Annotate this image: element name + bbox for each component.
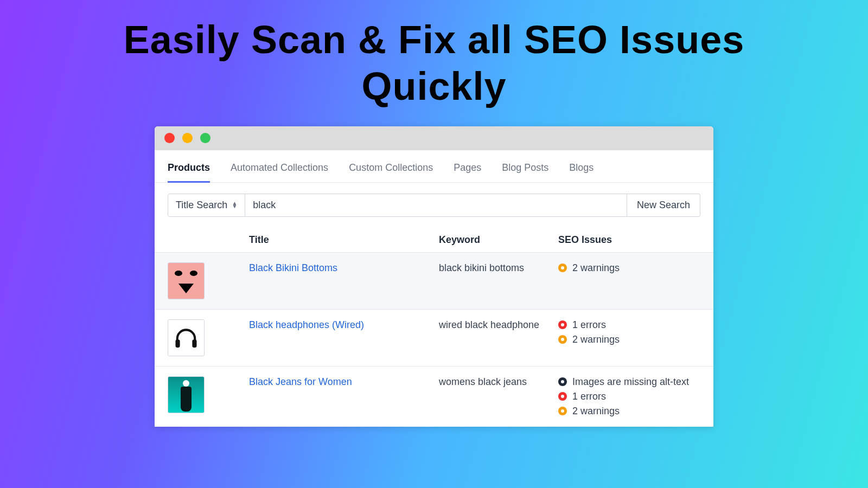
error-icon: [558, 392, 567, 401]
seo-issues: 2 warnings: [558, 262, 700, 274]
tab-bar: Products Automated Collections Custom Co…: [155, 150, 713, 183]
bikini-icon: [168, 263, 204, 299]
warning-icon: [558, 264, 567, 272]
tab-pages[interactable]: Pages: [454, 162, 481, 182]
product-keyword: black bikini bottoms: [439, 262, 558, 274]
error-icon: [558, 320, 567, 329]
tab-blog-posts[interactable]: Blog Posts: [502, 162, 548, 182]
seo-issues: Images are missing alt-text 1 errors 2 w…: [558, 376, 700, 417]
product-thumbnail: [168, 262, 205, 299]
product-title-link[interactable]: Black Bikini Bottoms: [249, 262, 439, 274]
svg-rect-0: [176, 339, 180, 348]
app-window: Products Automated Collections Custom Co…: [155, 126, 713, 427]
product-thumbnail: [168, 319, 205, 356]
issue-item: 1 errors: [558, 319, 700, 331]
search-mode-select[interactable]: Title Search ▲▼: [168, 194, 245, 217]
results-table: Title Keyword SEO Issues Black Bikini Bo…: [155, 234, 713, 427]
chevron-up-down-icon: ▲▼: [232, 202, 237, 208]
search-input[interactable]: black: [245, 194, 627, 217]
table-header: Title Keyword SEO Issues: [155, 234, 713, 252]
issue-item: 1 errors: [558, 391, 700, 402]
tab-automated-collections[interactable]: Automated Collections: [231, 162, 328, 182]
product-title-link[interactable]: Black headphones (Wired): [249, 319, 439, 331]
issue-item: 2 warnings: [558, 334, 700, 345]
table-row[interactable]: Black Jeans for Women womens black jeans…: [155, 366, 713, 427]
issue-text: 1 errors: [572, 319, 606, 331]
headline-line-1: Easily Scan & Fix all SEO Issues: [124, 16, 745, 63]
new-search-button[interactable]: New Search: [627, 194, 700, 217]
minimize-icon[interactable]: [182, 133, 193, 143]
headline-line-2: Quickly: [124, 63, 745, 110]
issue-text: Images are missing alt-text: [572, 376, 689, 388]
search-bar: Title Search ▲▼ black New Search: [155, 183, 713, 219]
warning-icon: [558, 407, 567, 415]
product-keyword: wired black headphone: [439, 319, 558, 331]
col-seo: SEO Issues: [558, 234, 700, 246]
seo-issues: 1 errors 2 warnings: [558, 319, 700, 345]
table-row[interactable]: Black Bikini Bottoms black bikini bottom…: [155, 252, 713, 309]
promo-headline: Easily Scan & Fix all SEO Issues Quickly: [124, 16, 745, 110]
product-title-link[interactable]: Black Jeans for Women: [249, 376, 439, 388]
issue-text: 2 warnings: [572, 262, 620, 274]
issue-item: 2 warnings: [558, 262, 700, 274]
tab-products[interactable]: Products: [168, 162, 210, 183]
product-keyword: womens black jeans: [439, 376, 558, 388]
search-mode-label: Title Search: [176, 200, 227, 211]
issue-item: 2 warnings: [558, 406, 700, 417]
col-title: Title: [249, 234, 439, 246]
zoom-icon[interactable]: [200, 133, 210, 143]
headphones-icon: [168, 320, 204, 356]
issue-text: 2 warnings: [572, 406, 620, 417]
svg-rect-1: [192, 339, 196, 348]
info-icon: [558, 377, 567, 386]
issue-item: Images are missing alt-text: [558, 376, 700, 388]
issue-text: 2 warnings: [572, 334, 620, 345]
issue-text: 1 errors: [572, 391, 606, 402]
window-titlebar: [155, 126, 713, 150]
table-row[interactable]: Black headphones (Wired) wired black hea…: [155, 309, 713, 366]
tab-custom-collections[interactable]: Custom Collections: [349, 162, 433, 182]
close-icon[interactable]: [164, 133, 175, 143]
col-keyword: Keyword: [439, 234, 558, 246]
warning-icon: [558, 335, 567, 344]
jeans-icon: [168, 377, 204, 413]
tab-blogs[interactable]: Blogs: [569, 162, 593, 182]
product-thumbnail: [168, 376, 205, 413]
